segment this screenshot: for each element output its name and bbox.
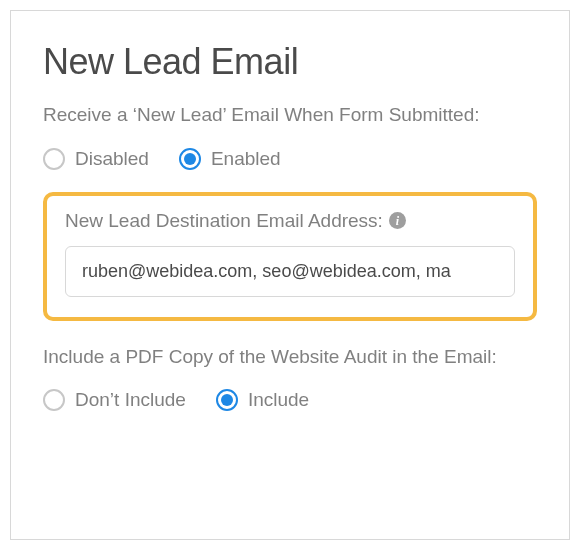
radio-enabled[interactable]: Enabled [179,148,281,170]
destination-label-row: New Lead Destination Email Address: i [65,210,515,232]
radio-dot-icon [221,394,233,406]
radio-include-label: Include [248,389,309,411]
destination-email-input[interactable] [65,246,515,297]
receive-email-label: Receive a ‘New Lead’ Email When Form Sub… [43,101,537,130]
radio-disabled[interactable]: Disabled [43,148,149,170]
radio-disabled-label: Disabled [75,148,149,170]
radio-dot-icon [184,153,196,165]
radio-dont-include-label: Don’t Include [75,389,186,411]
info-icon[interactable]: i [389,212,406,229]
radio-enabled-label: Enabled [211,148,281,170]
receive-email-radio-group: Disabled Enabled [43,148,537,170]
radio-circle-selected-icon [216,389,238,411]
page-title: New Lead Email [43,41,537,83]
include-pdf-radio-group: Don’t Include Include [43,389,537,411]
destination-highlight-box: New Lead Destination Email Address: i [43,192,537,321]
settings-card: New Lead Email Receive a ‘New Lead’ Emai… [10,10,570,540]
radio-circle-selected-icon [179,148,201,170]
radio-circle-icon [43,389,65,411]
include-pdf-label: Include a PDF Copy of the Website Audit … [43,343,537,372]
radio-include[interactable]: Include [216,389,309,411]
radio-dont-include[interactable]: Don’t Include [43,389,186,411]
destination-label: New Lead Destination Email Address: [65,210,383,232]
radio-circle-icon [43,148,65,170]
